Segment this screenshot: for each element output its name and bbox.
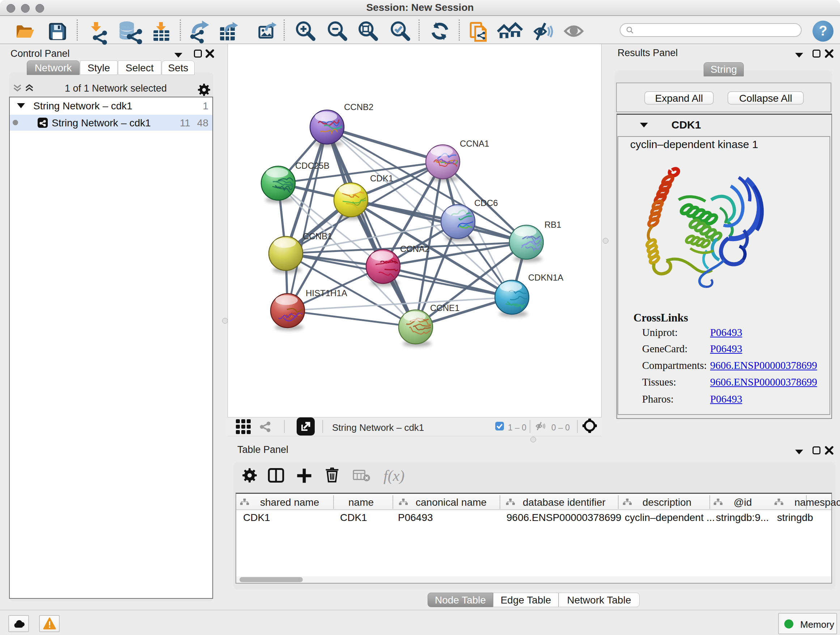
svg-text:RB1: RB1 [545,220,561,230]
svg-text:CCNA1: CCNA1 [460,139,489,149]
svg-text:HIST1H1A: HIST1H1A [306,288,347,298]
svg-text:CCNA2: CCNA2 [400,244,429,254]
svg-text:CDKN1A: CDKN1A [528,272,563,282]
svg-text:CCNE1: CCNE1 [430,303,459,313]
svg-text:CDC25B: CDC25B [295,161,330,171]
svg-text:CCNB2: CCNB2 [344,102,373,112]
svg-text:CDC6: CDC6 [474,198,498,208]
svg-text:CDK1: CDK1 [370,173,393,183]
svg-text:CCNB1: CCNB1 [303,231,332,241]
